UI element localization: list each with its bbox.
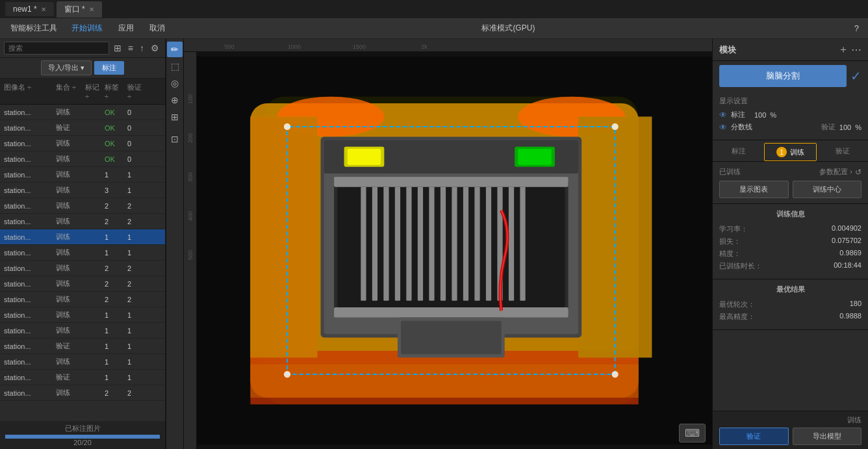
table-row[interactable]: station... 训练 3 1 — [0, 183, 165, 198]
more-options-button[interactable]: ⋯ — [851, 43, 862, 57]
table-row[interactable]: station... 训练 OK 0 — [0, 105, 165, 120]
table-row[interactable]: station... 训练 1 1 — [0, 167, 165, 183]
tab-verification[interactable]: 验证 — [817, 143, 868, 161]
cell-label: 2 — [102, 201, 125, 211]
verify-display-label: 验证 — [821, 122, 836, 132]
col-header-label[interactable]: 标签 ÷ — [102, 81, 125, 101]
cell-label: 1 — [102, 248, 125, 257]
keyboard-icon[interactable]: ⌨ — [679, 424, 706, 443]
display-settings: 显示设置 👁 标注 100 % 👁 分数线 验证 100 % — [713, 91, 868, 140]
config-label[interactable]: 参数配置 › — [819, 167, 852, 177]
sort-icon[interactable]: ≡ — [126, 42, 135, 55]
label-eye-icon[interactable]: 👁 — [719, 110, 727, 120]
cell-set: 训练 — [53, 247, 83, 258]
grid-tool-btn[interactable]: ⊞ — [167, 109, 183, 125]
verify-button[interactable]: 验证 — [719, 428, 789, 445]
cell-mark — [83, 205, 102, 207]
rect-tool-btn[interactable]: ⬚ — [167, 58, 183, 74]
best-accuracy-val: 0.9888 — [839, 312, 862, 322]
trained-section: 已训练 参数配置 › ↺ 显示图表 训练中心 — [713, 162, 868, 204]
badge-number: 1 — [776, 147, 787, 157]
cross-tool-btn[interactable]: ⊕ — [167, 92, 183, 108]
import-export-button[interactable]: 导入/导出 ▾ — [41, 60, 92, 75]
table-row[interactable]: station... 训练 2 2 — [0, 385, 165, 401]
svg-rect-21 — [334, 307, 568, 317]
table-row[interactable]: station... 训练 OK 0 — [0, 136, 165, 151]
tab-new1[interactable]: new1 * ✕ — [5, 2, 54, 16]
main-canvas-svg — [197, 52, 712, 449]
table-row[interactable]: station... 训练 1 1 — [0, 354, 165, 370]
table-row[interactable]: station... 训练 2 2 — [0, 198, 165, 214]
title-bar: new1 * ✕ 窗口 * ✕ — [0, 0, 868, 18]
table-row[interactable]: station... 验证 1 1 — [0, 339, 165, 354]
select-tool-btn[interactable]: ⊡ — [167, 131, 183, 147]
table-row[interactable]: station... 训练 1 1 — [0, 229, 165, 245]
table-row[interactable]: station... 训练 1 1 — [0, 323, 165, 339]
cancel-button[interactable]: 取消 — [143, 21, 172, 35]
table-row[interactable]: station... 验证 1 1 — [0, 370, 165, 385]
show-chart-button[interactable]: 显示图表 — [719, 181, 789, 198]
table-row[interactable]: station... 验证 OK 0 — [0, 120, 165, 136]
history-icon[interactable]: ↺ — [855, 168, 862, 177]
loss-row: 损失： 0.075702 — [719, 237, 862, 246]
settings-icon[interactable]: ⚙ — [149, 42, 161, 55]
table-row[interactable]: station... 训练 1 1 — [0, 245, 165, 261]
col-header-set[interactable]: 集合 ÷ — [53, 81, 83, 101]
cell-name: station... — [1, 357, 53, 366]
trained-header: 已训练 参数配置 › ↺ — [719, 167, 862, 177]
col-header-verify[interactable]: 验证 ÷ — [125, 81, 147, 101]
tab-window[interactable]: 窗口 * ✕ — [57, 1, 102, 18]
cell-mark — [83, 283, 102, 285]
right-header-actions: ＋ ⋯ — [838, 43, 862, 57]
cell-label: OK — [102, 139, 125, 148]
search-input[interactable] — [4, 42, 109, 55]
cell-name: station... — [1, 123, 53, 133]
cell-mark — [83, 190, 102, 191]
table-row[interactable]: station... 训练 2 2 — [0, 292, 165, 307]
cell-name: station... — [1, 170, 53, 179]
start-train-button[interactable]: 开始训练 — [65, 21, 109, 35]
export-model-button[interactable]: 导出模型 — [793, 428, 862, 445]
cell-set: 训练 — [53, 263, 83, 274]
table-row[interactable]: station... 训练 2 2 — [0, 214, 165, 229]
seg-eye-icon[interactable]: 👁 — [719, 123, 727, 132]
cell-set: 训练 — [53, 169, 83, 180]
svg-rect-28 — [429, 187, 434, 301]
right-tab-row: 标注 1 训练 验证 — [713, 143, 868, 162]
polygon-tool-btn[interactable]: ✏ — [167, 42, 183, 57]
tab-new1-close[interactable]: ✕ — [41, 6, 46, 13]
col-header-name[interactable]: 图像名 ÷ — [1, 81, 53, 101]
check-button[interactable]: ✓ — [850, 68, 862, 84]
cell-name: station... — [1, 186, 53, 195]
svg-rect-38 — [401, 321, 501, 354]
apply-button[interactable]: 应用 — [112, 21, 140, 35]
training-center-button[interactable]: 训练中心 — [793, 181, 862, 198]
ruler-mark-2k: 2k — [392, 44, 457, 50]
import-icon[interactable]: ↑ — [138, 42, 146, 55]
canvas-content[interactable]: ⌨ — [197, 52, 712, 449]
svg-rect-20 — [334, 177, 568, 186]
filter-icon[interactable]: ⊞ — [112, 42, 123, 55]
table-row[interactable]: station... 训练 2 2 — [0, 276, 165, 292]
table-row[interactable]: station... 训练 1 1 — [0, 307, 165, 323]
tab-training[interactable]: 1 训练 — [764, 143, 817, 161]
tab-annotation[interactable]: 标注 — [713, 143, 764, 161]
cell-verify: 0 — [125, 123, 147, 133]
toolbar: 智能标注工具 开始训练 应用 取消 标准模式(GPU) ? — [0, 18, 868, 39]
svg-rect-17 — [518, 149, 551, 165]
point-tool-btn[interactable]: ◎ — [167, 75, 183, 91]
label-button[interactable]: 标注 — [94, 61, 124, 75]
table-row[interactable]: station... 训练 2 2 — [0, 261, 165, 276]
cell-name: station... — [1, 139, 53, 148]
cell-set: 验证 — [53, 372, 83, 383]
cell-name: station... — [1, 217, 53, 226]
add-module-button[interactable]: ＋ — [838, 43, 849, 57]
tab-window-close[interactable]: ✕ — [89, 6, 94, 13]
label-pct-symbol: % — [770, 111, 776, 119]
svg-rect-9 — [250, 117, 317, 358]
cell-set: 训练 — [53, 231, 83, 242]
table-row[interactable]: station... 训练 OK 0 — [0, 151, 165, 167]
cell-mark — [83, 299, 102, 300]
help-button[interactable]: ? — [850, 22, 863, 34]
segment-button[interactable]: 脑脑分割 — [719, 65, 847, 87]
